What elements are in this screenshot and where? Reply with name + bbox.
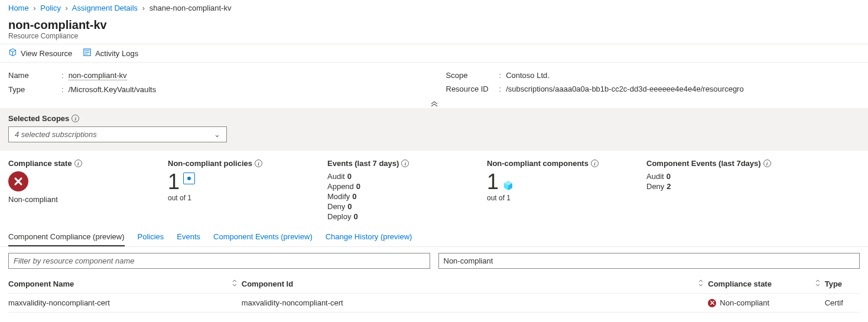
- col-header-id[interactable]: Component Id: [242, 279, 293, 288]
- component-events-block: Component Events (last 7days) i Audit0De…: [646, 159, 860, 222]
- cell-component-id: maxvalidity-noncompliant-cert: [242, 294, 708, 312]
- event-label: Modify: [327, 192, 350, 201]
- breadcrumb-current: shane-non-compliant-kv: [149, 4, 232, 12]
- event-value: 2: [667, 182, 671, 191]
- prop-scope-value: Contoso Ltd.: [506, 71, 550, 80]
- page-title-block: non-compliant-kv: [0, 16, 868, 32]
- breadcrumb: Home › Policy › Assignment Details › sha…: [0, 0, 868, 16]
- info-icon[interactable]: i: [255, 160, 262, 167]
- event-value: 0: [356, 182, 360, 191]
- scopes-dropdown-value: 4 selected subscriptions: [15, 130, 97, 139]
- table-header-row: Component Name Component Id Compliance s…: [8, 275, 860, 294]
- info-icon[interactable]: i: [763, 160, 771, 167]
- component-events-title: Component Events (last 7days): [646, 159, 761, 168]
- info-icon[interactable]: i: [401, 160, 409, 167]
- filter-name-input[interactable]: [8, 253, 430, 269]
- event-value: 0: [347, 172, 352, 181]
- noncompliant-policies-block: Non-compliant policies i 1 out of 1: [168, 159, 321, 222]
- prop-scope: Scope : Contoso Ltd.: [446, 69, 860, 82]
- noncompliant-components-count: 1: [487, 171, 499, 193]
- noncompliant-components-block: Non-compliant components i 1 out of 1: [487, 159, 641, 222]
- compliance-state-title: Compliance state: [8, 159, 72, 168]
- prop-scope-label: Scope: [446, 71, 499, 80]
- state-text: Non-compliant: [720, 298, 769, 307]
- info-icon[interactable]: i: [71, 115, 79, 122]
- tab-events[interactable]: Events: [177, 227, 200, 246]
- event-row: Deny0: [327, 201, 481, 212]
- col-header-name[interactable]: Component Name: [8, 279, 74, 288]
- cell-component-name: maxvalidity-noncompliant-cert: [8, 294, 242, 312]
- breadcrumb-policy[interactable]: Policy: [40, 4, 61, 12]
- breadcrumb-sep: ›: [66, 4, 68, 12]
- prop-name-value[interactable]: non-compliant-kv: [69, 71, 127, 80]
- double-chevron-up-icon: [430, 101, 438, 107]
- breadcrumb-sep: ›: [33, 4, 35, 12]
- noncompliant-policies-title: Non-compliant policies: [168, 159, 252, 168]
- event-row: Modify0: [327, 191, 481, 201]
- tab-component-compliance[interactable]: Component Compliance (preview): [8, 227, 125, 246]
- breadcrumb-sep: ›: [142, 4, 145, 12]
- stats-row: Compliance state i Non-compliant Non-com…: [0, 151, 868, 227]
- event-label: Audit: [327, 172, 345, 181]
- tab-change-history[interactable]: Change History (preview): [326, 227, 412, 246]
- cell-compliance-state: Non-compliant: [708, 294, 824, 312]
- event-row: Deploy0: [327, 212, 481, 222]
- sort-icon[interactable]: [814, 279, 821, 288]
- policy-icon: [183, 173, 195, 184]
- selected-scopes-panel: Selected Scopes i 4 selected subscriptio…: [0, 108, 868, 151]
- noncompliant-policies-count: 1: [168, 171, 180, 193]
- event-row: Audit0: [327, 171, 481, 181]
- sort-icon[interactable]: [231, 279, 238, 288]
- prop-name: Name : non-compliant-kv: [8, 69, 422, 83]
- error-icon: [708, 299, 716, 307]
- page-title: non-compliant-kv: [8, 18, 860, 32]
- activity-logs-button[interactable]: Activity Logs: [83, 48, 138, 58]
- filter-state-value: Non-compliant: [444, 256, 493, 265]
- prop-type-label: Type: [8, 85, 61, 94]
- info-icon[interactable]: i: [74, 160, 82, 167]
- selected-scopes-title: Selected Scopes i: [8, 114, 860, 123]
- collapse-toggle[interactable]: [0, 100, 868, 108]
- compliance-state-block: Compliance state i Non-compliant: [8, 159, 162, 222]
- component-event-row: Deny2: [646, 181, 860, 191]
- col-header-state[interactable]: Compliance state: [708, 279, 772, 288]
- event-value: 0: [667, 172, 671, 181]
- event-row: Append0: [327, 181, 481, 191]
- view-resource-button[interactable]: View Resource: [8, 48, 72, 58]
- event-value: 0: [353, 212, 357, 221]
- event-value: 0: [352, 192, 356, 201]
- event-value: 0: [347, 202, 352, 211]
- prop-type-value: /Microsoft.KeyVault/vaults: [69, 85, 157, 94]
- cell-type: Certif: [825, 294, 860, 312]
- components-table: Component Name Component Id Compliance s…: [0, 275, 868, 313]
- compliance-state-value: Non-compliant: [8, 195, 162, 204]
- events-title: Events (last 7 days): [327, 159, 399, 168]
- cube-icon: [8, 48, 17, 58]
- event-label: Deploy: [327, 212, 351, 221]
- tabs: Component Compliance (preview) Policies …: [0, 227, 868, 247]
- prop-name-label: Name: [8, 71, 61, 80]
- page-subtitle: Resource Compliance: [0, 32, 868, 44]
- scopes-dropdown[interactable]: 4 selected subscriptions ⌄: [8, 126, 227, 142]
- properties: Name : non-compliant-kv Type : /Microsof…: [0, 63, 868, 100]
- breadcrumb-home[interactable]: Home: [8, 4, 29, 12]
- chevron-down-icon: ⌄: [214, 130, 220, 139]
- col-header-type[interactable]: Type: [825, 279, 842, 288]
- event-label: Deny: [646, 182, 664, 191]
- event-label: Append: [327, 182, 354, 191]
- breadcrumb-assignment[interactable]: Assignment Details: [72, 4, 138, 12]
- component-event-row: Audit0: [646, 171, 860, 181]
- tab-component-events[interactable]: Component Events (preview): [213, 227, 313, 246]
- table-row[interactable]: maxvalidity-noncompliant-certmaxvalidity…: [8, 294, 860, 313]
- event-label: Audit: [646, 172, 664, 181]
- component-cube-icon: [502, 174, 514, 186]
- noncompliant-policies-outof: out of 1: [168, 194, 321, 202]
- noncompliant-components-title: Non-compliant components: [487, 159, 589, 168]
- filter-state-select[interactable]: Non-compliant: [438, 253, 860, 269]
- info-icon[interactable]: i: [591, 160, 599, 167]
- tab-policies[interactable]: Policies: [138, 227, 164, 246]
- log-icon: [83, 48, 92, 58]
- error-circle-icon: [8, 171, 28, 191]
- filters: Non-compliant: [0, 247, 868, 275]
- sort-icon[interactable]: [697, 279, 704, 288]
